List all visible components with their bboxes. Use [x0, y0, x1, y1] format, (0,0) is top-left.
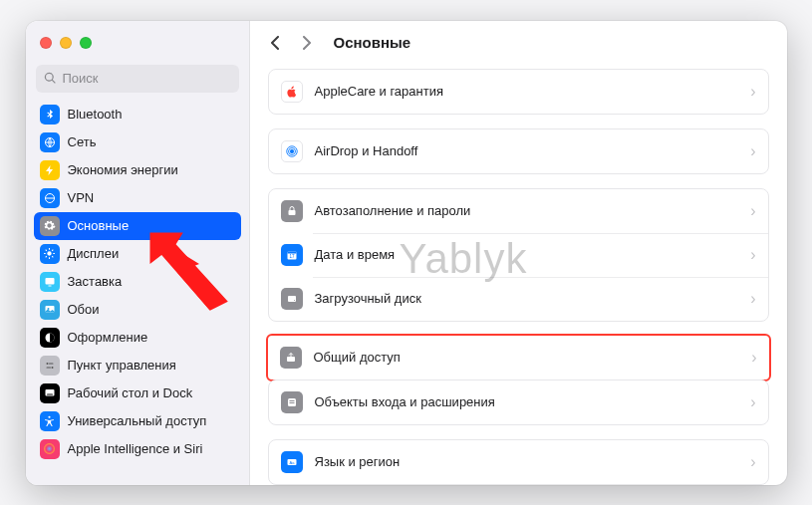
settings-row[interactable]: Объекты входа и расширения › — [269, 380, 768, 424]
content-area: AppleCare и гарантия › AirDrop и Handoff… — [250, 65, 787, 485]
airdrop-icon — [281, 140, 303, 162]
minimize-button[interactable] — [60, 37, 72, 49]
nav-back-button[interactable] — [266, 34, 284, 52]
dock-icon — [40, 383, 60, 403]
sidebar-item[interactable]: Рабочий стол и Dock — [34, 379, 241, 407]
maximize-button[interactable] — [80, 37, 92, 49]
nav-forward-button[interactable] — [298, 34, 316, 52]
chevron-right-icon: › — [750, 202, 755, 220]
sidebar-item[interactable]: Оформление — [34, 324, 241, 352]
main-panel: Основные AppleCare и гарантия › AirDrop … — [250, 21, 787, 485]
svg-text:Аа: Аа — [289, 459, 295, 464]
network-icon — [40, 132, 60, 152]
svg-rect-27 — [289, 400, 294, 401]
settings-group: AppleCare и гарантия › — [268, 69, 769, 115]
page-title: Основные — [334, 34, 411, 51]
sidebar-item-label: Сеть — [68, 134, 97, 149]
settings-group: Общий доступ › — [266, 334, 771, 381]
sidebar-list: Bluetooth Сеть Экономия энергии VPN Осно… — [26, 101, 249, 471]
svg-rect-3 — [45, 278, 54, 285]
sidebar-item[interactable]: Основные — [34, 212, 241, 240]
svg-rect-21 — [287, 251, 296, 253]
sidebar-item[interactable]: Apple Intelligence и Siri — [34, 435, 241, 463]
svg-point-2 — [47, 251, 51, 255]
svg-point-16 — [290, 149, 294, 153]
row-label: Язык и регион — [315, 454, 739, 469]
row-label: AirDrop и Handoff — [315, 143, 739, 158]
settings-row[interactable]: AirDrop и Handoff › — [269, 129, 768, 173]
login-items-icon — [281, 391, 303, 413]
sidebar-item-label: Bluetooth — [68, 107, 123, 122]
settings-group: Аа Язык и регион › — [268, 439, 769, 485]
sidebar-item[interactable]: Универсальный доступ — [34, 407, 241, 435]
display-icon — [40, 244, 60, 264]
settings-row[interactable]: Аа Язык и регион › — [269, 440, 768, 484]
chevron-right-icon: › — [751, 349, 756, 367]
appearance-icon — [40, 328, 60, 348]
window-controls — [26, 21, 249, 65]
row-label: Автозаполнение и пароли — [315, 203, 739, 218]
sidebar-item[interactable]: VPN — [34, 184, 241, 212]
close-button[interactable] — [40, 37, 52, 49]
vpn-icon — [40, 188, 60, 208]
chevron-right-icon — [302, 36, 312, 50]
chevron-right-icon: › — [750, 83, 755, 101]
chevron-right-icon: › — [750, 142, 755, 160]
bluetooth-icon — [40, 105, 60, 125]
svg-rect-19 — [288, 210, 295, 215]
svg-rect-28 — [289, 402, 294, 403]
siri-icon — [40, 439, 60, 459]
sidebar-item[interactable]: Дисплеи — [34, 240, 241, 268]
settings-row[interactable]: Общий доступ › — [268, 336, 769, 379]
svg-rect-12 — [45, 389, 54, 396]
search-input[interactable]: Поиск — [36, 65, 239, 93]
svg-rect-11 — [46, 367, 51, 368]
svg-rect-4 — [48, 285, 51, 286]
sidebar-item-label: Обои — [68, 302, 100, 317]
row-label: Загрузочный диск — [315, 291, 739, 306]
accessibility-icon — [40, 411, 60, 431]
sidebar-item-label: Оформление — [68, 330, 148, 345]
passwords-icon — [281, 200, 303, 222]
settings-row[interactable]: Автозаполнение и пароли › — [269, 189, 768, 233]
sidebar-item[interactable]: Экономия энергии — [34, 156, 241, 184]
settings-row[interactable]: AppleCare и гарантия › — [269, 70, 768, 114]
chevron-right-icon: › — [750, 453, 755, 471]
svg-text:17: 17 — [289, 254, 295, 259]
chevron-left-icon — [270, 36, 280, 50]
sidebar-item-label: Apple Intelligence и Siri — [68, 441, 203, 456]
settings-row[interactable]: Загрузочный диск › — [269, 277, 768, 321]
row-label: AppleCare и гарантия — [315, 84, 739, 99]
applecare-icon — [281, 81, 303, 103]
sidebar-item-label: Заставка — [68, 274, 123, 289]
chevron-right-icon: › — [750, 290, 755, 308]
chevron-right-icon: › — [750, 246, 755, 264]
svg-point-24 — [294, 300, 295, 301]
sidebar-item[interactable]: Пункт управления — [34, 352, 241, 379]
row-label: Общий доступ — [314, 350, 740, 365]
sidebar-item[interactable]: Сеть — [34, 128, 241, 156]
settings-group: AirDrop и Handoff › — [268, 128, 769, 174]
sidebar-item-label: Экономия энергии — [68, 162, 178, 177]
svg-point-14 — [48, 416, 50, 418]
main-header: Основные — [250, 21, 787, 65]
sidebar-item-label: Универсальный доступ — [68, 413, 207, 428]
sharing-icon — [280, 347, 302, 369]
settings-row[interactable]: 17 Дата и время › — [269, 233, 768, 277]
svg-point-15 — [44, 443, 55, 454]
sidebar-item-label: Основные — [68, 218, 130, 233]
search-icon — [44, 72, 57, 85]
chevron-right-icon: › — [750, 393, 755, 411]
search-placeholder: Поиск — [63, 71, 99, 86]
sidebar-item[interactable]: Bluetooth — [34, 101, 241, 128]
screensaver-icon — [40, 272, 60, 292]
datetime-icon: 17 — [281, 244, 303, 266]
sidebar-item-label: VPN — [68, 190, 95, 205]
gear-icon — [40, 216, 60, 236]
sidebar-item[interactable]: Обои — [34, 296, 241, 324]
sidebar-item-label: Дисплеи — [68, 246, 120, 261]
language-icon: Аа — [281, 451, 303, 473]
sidebar-item[interactable]: Заставка — [34, 268, 241, 296]
svg-point-8 — [46, 363, 48, 365]
svg-point-10 — [51, 367, 53, 369]
